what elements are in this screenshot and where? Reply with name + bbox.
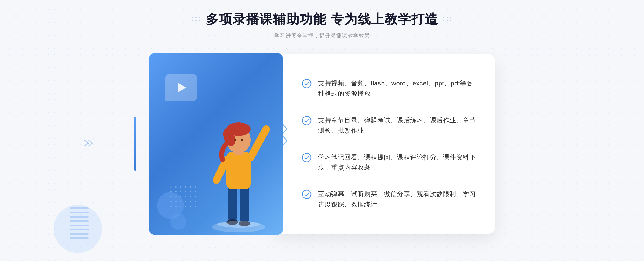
circle-decoration-2: [170, 214, 186, 230]
svg-point-17: [302, 79, 311, 88]
content-area: 支持视频、音频、flash、word、excel、ppt、pdf等各种格式的资源…: [134, 53, 510, 235]
svg-point-14: [234, 139, 236, 141]
header-deco-dots-right: [443, 17, 452, 22]
feature-text-3: 学习笔记回看、课程提问、课程评论打分、课件资料下载，重点内容收藏: [318, 152, 476, 173]
features-card: 支持视频、音频、flash、word、excel、ppt、pdf等各种格式的资源…: [275, 54, 495, 234]
page-title: 多项录播课辅助功能 专为线上教学打造: [206, 11, 438, 28]
play-bubble: [165, 74, 197, 101]
accent-bar: [134, 117, 136, 171]
left-chevron-arrows: [83, 139, 97, 148]
right-chevron-decoration: [283, 124, 288, 146]
illustration-card: [149, 53, 283, 235]
check-icon-3: [302, 153, 312, 162]
feature-text-2: 支持章节目录、弹题考试、课后练习、课后作业、章节测验、批改作业: [318, 115, 476, 136]
header-title-row: 多项录播课辅助功能 专为线上教学打造: [192, 11, 452, 28]
check-icon-2: [302, 116, 312, 125]
feature-item-2: 支持章节目录、弹题考试、课后练习、课后作业、章节测验、批改作业: [302, 107, 476, 144]
dot: [192, 17, 193, 18]
dot: [443, 17, 444, 18]
feature-item-4: 互动弹幕、试听购买、微信分享、观看次数限制、学习进度跟踪、数据统计: [302, 181, 476, 218]
dot: [192, 20, 193, 21]
page-container: 多项录播课辅助功能 专为线上教学打造 学习进度全掌握，提升录播课教学效果: [0, 0, 644, 261]
svg-rect-2: [240, 184, 249, 223]
dot: [199, 20, 200, 21]
feature-text-1: 支持视频、音频、flash、word、excel、ppt、pdf等各种格式的资源…: [318, 78, 476, 99]
svg-line-8: [217, 160, 226, 179]
dot: [199, 17, 200, 18]
header-section: 多项录播课辅助功能 专为线上教学打造 学习进度全掌握，提升录播课教学效果: [192, 11, 452, 39]
dot: [450, 20, 451, 21]
person-illustration: [201, 96, 276, 235]
svg-point-7: [262, 125, 270, 133]
header-deco-dots-left: [192, 17, 201, 22]
svg-point-19: [302, 153, 311, 162]
svg-point-16: [217, 221, 260, 228]
dot: [195, 20, 197, 21]
striped-rect-decoration: [70, 207, 89, 240]
page-subtitle: 学习进度全掌握，提升录播课教学效果: [192, 32, 452, 39]
dot: [450, 17, 451, 18]
feature-item-1: 支持视频、音频、flash、word、excel、ppt、pdf等各种格式的资源…: [302, 70, 476, 107]
dot: [195, 17, 197, 18]
svg-line-6: [251, 130, 265, 157]
check-icon-1: [302, 79, 312, 88]
play-icon: [178, 83, 186, 92]
check-icon-4: [302, 189, 312, 199]
feature-text-4: 互动弹幕、试听购买、微信分享、观看次数限制、学习进度跟踪、数据统计: [318, 189, 476, 210]
svg-point-9: [213, 176, 220, 184]
svg-point-18: [302, 116, 311, 125]
svg-point-15: [241, 139, 243, 141]
svg-rect-1: [228, 184, 237, 222]
dot: [447, 20, 448, 21]
dot: [443, 20, 444, 21]
feature-item-3: 学习笔记回看、课程提问、课程评论打分、课件资料下载，重点内容收藏: [302, 144, 476, 181]
svg-point-20: [302, 190, 311, 199]
dot: [447, 17, 448, 18]
